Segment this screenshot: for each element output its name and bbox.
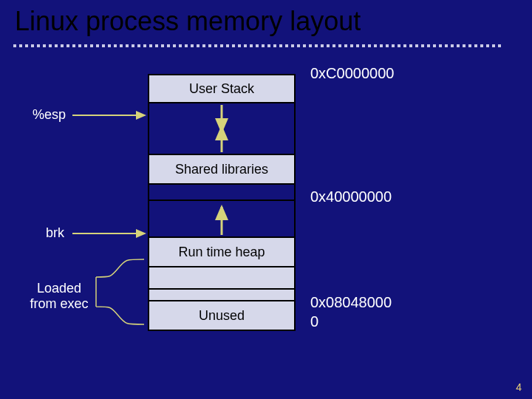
label-loaded: Loaded from exec xyxy=(22,281,96,312)
label-esp: %esp xyxy=(33,107,66,123)
region-gap-heap xyxy=(148,201,296,238)
label-addr-08: 0x08048000 xyxy=(310,294,392,311)
memory-column: User Stack Shared libraries Run time hea… xyxy=(148,74,296,331)
page-number: 4 xyxy=(516,381,522,393)
page-title: Linux process memory layout xyxy=(15,6,361,37)
label-addr-0: 0 xyxy=(310,313,318,330)
label-addr-c: 0xC0000000 xyxy=(310,65,394,82)
label-brk: brk xyxy=(46,225,64,241)
brace-loaded xyxy=(96,259,144,324)
region-exec-2 xyxy=(148,290,296,301)
region-gap-libs xyxy=(148,185,296,201)
region-user-stack: User Stack xyxy=(148,74,296,103)
region-runtime-heap: Run time heap xyxy=(148,238,296,267)
label-addr-4: 0x40000000 xyxy=(310,188,392,205)
title-underline xyxy=(13,44,501,47)
region-unused: Unused xyxy=(148,301,296,331)
region-exec-1 xyxy=(148,267,296,290)
region-shared-libs: Shared libraries xyxy=(148,155,296,185)
slide: Linux process memory layout User Stack S… xyxy=(0,0,532,399)
region-gap-stack xyxy=(148,103,296,155)
